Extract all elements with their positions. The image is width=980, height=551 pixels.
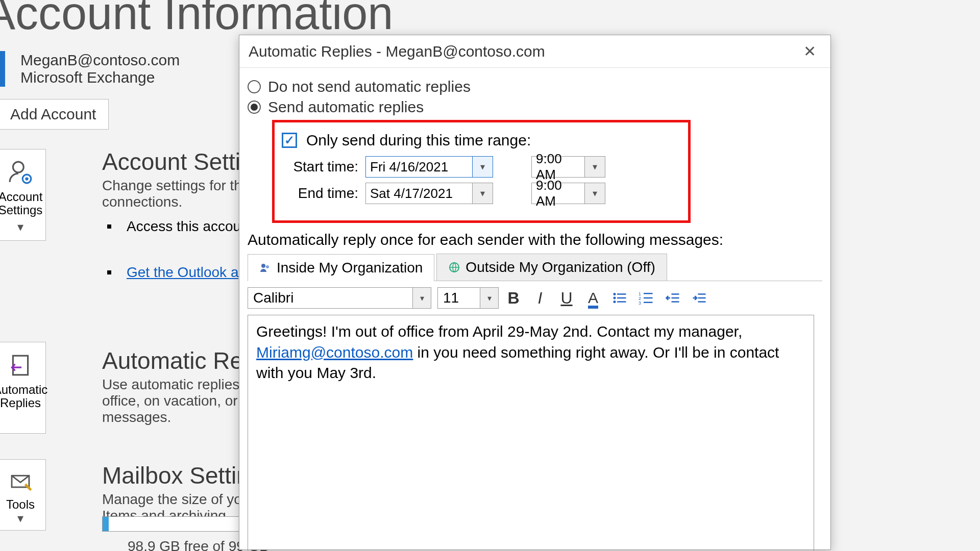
account-color-bar <box>0 51 5 87</box>
radio-icon <box>248 101 261 114</box>
outdent-button[interactable] <box>661 286 684 310</box>
tile-account-settings[interactable]: Account Settings <box>0 149 46 241</box>
account-email: MeganB@contoso.com <box>20 52 180 69</box>
tile-label: Settings <box>0 204 42 217</box>
chevron-down-icon[interactable] <box>472 157 493 177</box>
svg-rect-19 <box>644 302 653 304</box>
font-size-value: 11 <box>438 290 480 306</box>
checkbox-icon: ✓ <box>282 133 297 148</box>
close-icon: ✕ <box>803 43 816 60</box>
svg-rect-15 <box>644 293 653 294</box>
chevron-down-icon[interactable] <box>584 157 605 177</box>
outside-org-icon <box>448 261 460 273</box>
chevron-down-icon[interactable] <box>412 288 431 308</box>
mailbox-tools-icon <box>8 470 33 493</box>
auto-reply-icon <box>8 353 33 378</box>
tab-outside-org[interactable]: Outside My Organization (Off) <box>436 254 667 281</box>
end-time-combo[interactable]: 9:00 AM <box>531 183 605 204</box>
account-header: MeganB@contoso.com Microsoft Exchange <box>0 51 180 87</box>
reply-message-editor[interactable]: Greetings! I'm out of office from April … <box>248 315 814 551</box>
bullet-outlook-app: Get the Outlook app <box>102 264 255 281</box>
radio-label: Do not send automatic replies <box>268 78 471 95</box>
radio-do-not-send[interactable]: Do not send automatic replies <box>248 78 822 95</box>
outdent-icon <box>665 290 680 306</box>
tile-tools[interactable]: Tools <box>0 459 46 531</box>
radio-label: Send automatic replies <box>268 98 424 116</box>
message-text: Greetings! I'm out of office from April … <box>256 323 742 340</box>
dialog-title: Automatic Replies - MeganB@contoso.com <box>249 43 545 60</box>
end-time-label: End time: <box>282 185 358 202</box>
tile-automatic-replies[interactable]: Automatic Replies <box>0 342 46 434</box>
automatic-replies-dialog: Automatic Replies - MeganB@contoso.com ✕… <box>239 35 831 550</box>
svg-rect-24 <box>698 297 706 299</box>
start-time-combo[interactable]: 9:00 AM <box>531 156 605 178</box>
svg-rect-17 <box>644 297 653 299</box>
svg-rect-21 <box>672 297 679 299</box>
end-date-value: Sat 4/17/2021 <box>366 186 472 202</box>
checkbox-label: Only send during this time range: <box>306 132 531 149</box>
svg-point-6 <box>266 265 269 268</box>
tab-inside-org[interactable]: Inside My Organization <box>248 254 434 281</box>
start-date-value: Fri 4/16/2021 <box>366 159 472 175</box>
start-date-combo[interactable]: Fri 4/16/2021 <box>365 156 493 178</box>
chevron-down-icon <box>17 220 23 234</box>
start-time-label: Start time: <box>282 159 358 175</box>
chevron-down-icon <box>17 512 23 525</box>
end-date-combo[interactable]: Sat 4/17/2021 <box>365 183 493 204</box>
add-account-button[interactable]: Add Account <box>0 99 109 130</box>
indent-icon <box>692 290 707 306</box>
tab-label: Inside My Organization <box>277 260 423 276</box>
auto-reply-hint: Automatically reply once for each sender… <box>248 231 822 248</box>
chevron-down-icon[interactable] <box>472 183 493 204</box>
font-name-combo[interactable]: Calibri <box>248 287 431 309</box>
underline-button[interactable]: U <box>555 286 578 310</box>
svg-point-8 <box>614 293 616 295</box>
font-color-button[interactable]: A <box>581 286 605 310</box>
tile-label: Replies <box>0 396 41 410</box>
tile-label: Tools <box>6 498 35 511</box>
svg-point-12 <box>614 300 616 303</box>
svg-rect-9 <box>617 293 626 295</box>
font-size-combo[interactable]: 11 <box>437 287 499 309</box>
radio-icon <box>248 80 261 93</box>
indent-button[interactable] <box>688 286 711 310</box>
bullet-icon <box>107 270 111 274</box>
reply-tabs: Inside My Organization Outside My Organi… <box>248 254 822 281</box>
svg-point-0 <box>13 162 23 172</box>
mailbox-quota-fill <box>103 517 109 531</box>
svg-point-2 <box>25 177 28 180</box>
bullet-list-button[interactable] <box>608 286 631 310</box>
tab-label: Outside My Organization (Off) <box>465 259 655 276</box>
end-time-value: 9:00 AM <box>532 178 584 209</box>
bold-button[interactable]: B <box>502 286 525 310</box>
chevron-down-icon[interactable] <box>480 288 498 308</box>
svg-rect-22 <box>672 301 679 303</box>
format-toolbar: Calibri 11 B I U A 1 <box>248 281 822 315</box>
inside-org-icon <box>259 262 272 274</box>
svg-rect-20 <box>672 293 679 295</box>
checkbox-time-range[interactable]: ✓ Only send during this time range: <box>282 132 681 149</box>
radio-send[interactable]: Send automatic replies <box>248 98 822 116</box>
chevron-down-icon[interactable] <box>584 183 605 204</box>
get-outlook-app-link[interactable]: Get the Outlook app <box>127 264 255 281</box>
tile-label: Account <box>0 190 42 204</box>
font-color-icon: A <box>588 289 598 307</box>
time-range-highlight: ✓ Only send during this time range: Star… <box>272 120 691 223</box>
dialog-close-button[interactable]: ✕ <box>798 40 821 62</box>
dialog-titlebar: Automatic Replies - MeganB@contoso.com ✕ <box>239 35 830 68</box>
page-title: Account Information <box>0 0 393 40</box>
number-list-button[interactable]: 1 2 3 <box>634 286 658 310</box>
bullet-list-icon <box>612 290 627 306</box>
svg-rect-3 <box>13 356 28 375</box>
bullet-icon <box>107 224 111 229</box>
person-gear-icon <box>8 160 33 185</box>
svg-rect-23 <box>698 293 706 295</box>
account-type: Microsoft Exchange <box>20 69 180 86</box>
svg-point-10 <box>614 297 616 299</box>
svg-rect-13 <box>617 301 626 303</box>
italic-button[interactable]: I <box>528 286 552 310</box>
manager-email-link[interactable]: Miriamg@contoso.com <box>256 344 413 361</box>
svg-point-5 <box>261 264 265 268</box>
number-list-icon: 1 2 3 <box>639 290 654 306</box>
tile-label: Automatic <box>0 383 47 396</box>
